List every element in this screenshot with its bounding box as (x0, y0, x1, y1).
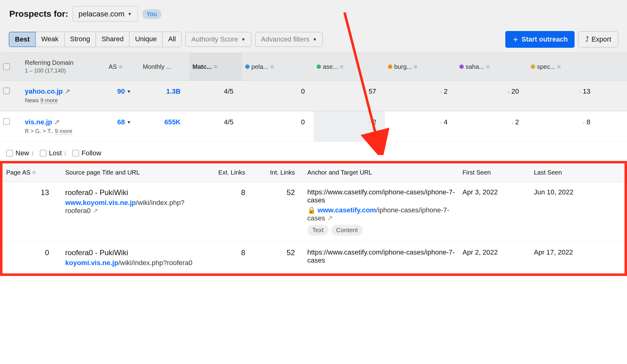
authority-score-filter[interactable]: Authority Score ▼ (185, 32, 251, 47)
dcol-first[interactable]: First Seen (459, 163, 530, 182)
chevron-down-icon: ▼ (128, 11, 132, 16)
chevron-down-icon: ▼ (127, 120, 131, 125)
detail-row: 13 roofera0 - PukiWiki www.koyomi.vis.ne… (2, 182, 625, 242)
dcol-page-as[interactable]: Page AS ≡ (2, 163, 61, 182)
sort-icon: ≡ (270, 63, 274, 70)
source-title: roofera0 - PukiWiki (65, 248, 197, 257)
external-link-icon: ↗ (327, 214, 333, 222)
dot-icon (531, 64, 535, 69)
tab-strong[interactable]: Strong (65, 32, 96, 47)
source-url[interactable]: koyomi.vis.ne.jp/wiki/index.php?roofera0 (65, 259, 197, 267)
as-value[interactable]: 68 ▼ (109, 118, 131, 126)
chevron-right-icon: › (440, 119, 442, 126)
dcol-ext[interactable]: Ext. Links (201, 163, 254, 182)
dcol-int[interactable]: Int. Links (254, 163, 304, 182)
page-title: Prospects for: (9, 9, 68, 19)
domain-selector-value: pelacase.com (79, 10, 124, 18)
as-value[interactable]: 90 ▼ (109, 87, 131, 95)
chevron-right-icon: › (512, 119, 513, 126)
col-monthly[interactable]: Monthly ... (140, 53, 189, 80)
domain-link[interactable]: vis.ne.jp ↗ (25, 118, 102, 126)
anchor-text: https://www.casetify.com/iphone-cases/ip… (307, 248, 455, 264)
chevron-right-icon: › (365, 89, 367, 95)
source-url[interactable]: www.koyomi.vis.ne.jp/wiki/index.php?roof… (65, 199, 197, 215)
export-label: Export (591, 35, 611, 43)
checkbox[interactable] (6, 150, 13, 157)
last-seen-value: Jun 10, 2022 (530, 182, 602, 242)
dot-icon (459, 64, 464, 69)
anchor-text: https://www.casetify.com/iphone-cases/ip… (307, 188, 455, 204)
comp-value[interactable]: ›4 (385, 111, 456, 141)
header: Prospects for: pelacase.com ▼ You (0, 0, 627, 28)
comp-value[interactable]: ›13 (528, 81, 599, 111)
target-url[interactable]: 🔒 www.casetify.com/iphone-cases/iphone-7… (307, 206, 455, 222)
tab-best[interactable]: Best (9, 32, 36, 47)
comp-value[interactable]: ›20 (456, 81, 528, 111)
tab-shared[interactable]: Shared (96, 32, 129, 47)
col-comp-0[interactable]: pela... ≡ (242, 53, 314, 80)
export-button[interactable]: ⤴ Export (578, 31, 618, 47)
follow-filter[interactable]: Follow (72, 149, 101, 157)
tag-content: Content (331, 225, 363, 236)
checkbox[interactable] (40, 150, 47, 157)
row-checkbox[interactable] (3, 118, 10, 125)
table-header: Referring Domain 1 – 100 (17,140) AS ≡ M… (0, 53, 627, 81)
dot-icon (317, 64, 321, 69)
sort-icon: ≡ (32, 169, 36, 176)
col-comp-4[interactable]: spec... ≡ (528, 53, 599, 80)
comp-value-expanded[interactable]: ›2 (314, 111, 385, 141)
matches-value: 4/5 (189, 111, 242, 141)
col-comp-1[interactable]: ase... ≡ (314, 53, 385, 80)
lost-filter[interactable]: Lost i (40, 149, 66, 157)
monthly-value[interactable]: 655K (140, 111, 189, 141)
monthly-value[interactable]: 1.3B (140, 81, 189, 111)
domain-meta: R > G. > T.. 9 more (25, 128, 102, 135)
last-seen-value: Apr 17, 2022 (530, 242, 602, 273)
comp-value[interactable]: ›57 (314, 81, 385, 111)
comp-value[interactable]: ›2 (456, 111, 528, 141)
domain-selector[interactable]: pelacase.com ▼ (73, 6, 138, 22)
you-badge: You (142, 9, 161, 19)
chevron-down-icon: ▼ (127, 89, 131, 94)
dcol-anchor[interactable]: Anchor and Target URL (304, 163, 459, 182)
advanced-filters[interactable]: Advanced filters ▼ (255, 32, 323, 47)
sort-icon: ≡ (486, 63, 490, 70)
sort-icon: ≡ (340, 63, 344, 70)
tab-unique[interactable]: Unique (129, 32, 163, 47)
col-comp-3[interactable]: saha... ≡ (456, 53, 528, 80)
domain-link[interactable]: yahoo.co.jp ↗ (25, 87, 102, 95)
sort-icon: ≡ (119, 63, 123, 70)
dcol-last[interactable]: Last Seen (530, 163, 602, 182)
chevron-right-icon: › (508, 89, 510, 95)
plus-icon: ＋ (512, 35, 519, 44)
chevron-right-icon: › (579, 89, 581, 95)
page-as-value: 0 (2, 242, 61, 273)
chevron-right-icon: › (440, 89, 442, 95)
int-links-value: 52 (254, 242, 304, 273)
matches-value: 4/5 (189, 81, 242, 111)
dcol-source[interactable]: Source page Title and URL (61, 163, 201, 182)
chevron-down-icon: ▼ (313, 37, 317, 42)
toolbar: Best Weak Strong Shared Unique All Autho… (0, 28, 627, 53)
table-row: yahoo.co.jp ↗ News 9 more 90 ▼ 1.3B 4/5 … (0, 81, 627, 111)
select-all-checkbox[interactable] (3, 63, 10, 70)
first-seen-value: Apr 3, 2022 (459, 182, 530, 242)
comp-value[interactable]: ›2 (385, 81, 456, 111)
row-checkbox[interactable] (3, 87, 10, 94)
checkbox[interactable] (72, 150, 79, 157)
tab-all[interactable]: All (163, 32, 181, 47)
comp-value: 0 (242, 111, 314, 141)
col-matches[interactable]: Matc... ≡ (189, 53, 242, 80)
start-outreach-label: Start outreach (521, 35, 568, 43)
new-filter[interactable]: New i (6, 149, 34, 157)
col-referring-domain[interactable]: Referring Domain 1 – 100 (17,140) (22, 53, 106, 80)
external-link-icon: ↗ (54, 118, 60, 126)
tab-weak[interactable]: Weak (36, 32, 65, 47)
detail-filters: New i Lost i Follow (0, 142, 627, 161)
start-outreach-button[interactable]: ＋ Start outreach (505, 31, 575, 48)
sort-icon: ≡ (414, 63, 417, 70)
col-comp-2[interactable]: burg... ≡ (385, 53, 456, 80)
comp-value[interactable]: ›8 (528, 111, 599, 141)
col-as[interactable]: AS ≡ (106, 53, 140, 80)
page-as-value: 13 (2, 182, 61, 242)
